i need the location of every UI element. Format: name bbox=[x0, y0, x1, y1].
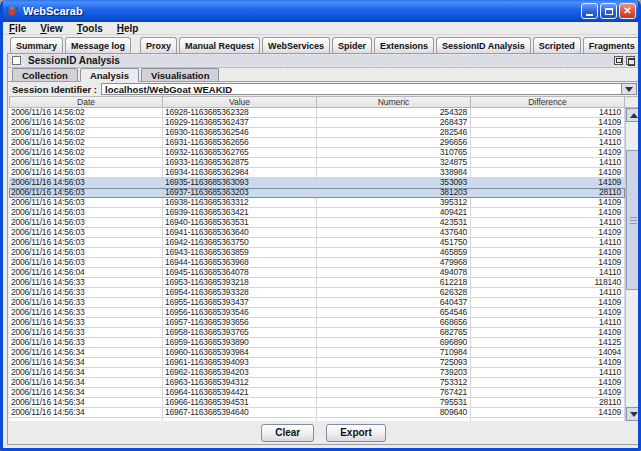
cell-difference: 14109 bbox=[471, 358, 625, 368]
table-row[interactable]: 2006/11/16 14:56:0216933-116368536287532… bbox=[9, 158, 625, 168]
cell-numeric: 268437 bbox=[317, 118, 471, 128]
menu-file[interactable]: File bbox=[9, 23, 26, 34]
cell-difference: 118140 bbox=[471, 278, 625, 288]
main-tab-message-log[interactable]: Message log bbox=[65, 37, 131, 53]
cell-date: 2006/11/16 14:56:33 bbox=[9, 298, 163, 308]
column-header-difference[interactable]: Difference bbox=[471, 96, 625, 108]
main-tab-fragments[interactable]: Fragments bbox=[583, 37, 641, 53]
table-row[interactable]: 2006/11/16 14:56:0316939-116368536342140… bbox=[9, 208, 625, 218]
main-tab-sessionid-analysis[interactable]: SessionID Analysis bbox=[436, 37, 531, 53]
main-tab-webservices[interactable]: WebServices bbox=[262, 37, 330, 53]
table-body: 2006/11/16 14:56:0216928-116368536232825… bbox=[9, 108, 625, 421]
column-header-date[interactable]: Date bbox=[9, 96, 163, 108]
menu-view[interactable]: View bbox=[40, 23, 63, 34]
cell-value: 16967-1163685394640 bbox=[163, 408, 317, 418]
main-tab-spider[interactable]: Spider bbox=[332, 37, 372, 53]
cell-difference: 28110 bbox=[471, 398, 625, 408]
cell-difference: 14109 bbox=[471, 168, 625, 178]
internal-frame-titlebar[interactable]: SessionID Analysis bbox=[8, 54, 639, 68]
internal-frame-controls bbox=[614, 56, 635, 65]
table-row[interactable]: 2006/11/16 14:56:0416945-116368536407849… bbox=[9, 268, 625, 278]
cell-date: 2006/11/16 14:56:02 bbox=[9, 158, 163, 168]
scroll-up-button[interactable] bbox=[626, 108, 641, 122]
table-row[interactable]: 2006/11/16 14:56:3316957-116368539365666… bbox=[9, 318, 625, 328]
cell-difference: 14109 bbox=[471, 198, 625, 208]
column-header-numeric[interactable]: Numeric bbox=[317, 96, 471, 108]
frame-tab-collection[interactable]: Collection bbox=[12, 68, 78, 81]
table-row[interactable]: 2006/11/16 14:56:3316953-116368539321861… bbox=[9, 278, 625, 288]
table-row[interactable]: 2006/11/16 14:56:0316935-116368536309335… bbox=[9, 178, 625, 188]
cell-date: 2006/11/16 14:56:34 bbox=[9, 348, 163, 358]
combo-dropdown-button[interactable] bbox=[621, 84, 636, 94]
table-row[interactable]: 2006/11/16 14:56:0216930-116368536254628… bbox=[9, 128, 625, 138]
cell-numeric: 494078 bbox=[317, 268, 471, 278]
cell-numeric: 451750 bbox=[317, 238, 471, 248]
table-row[interactable]: 2006/11/16 14:56:3416961-116368539409372… bbox=[9, 358, 625, 368]
vertical-scrollbar[interactable] bbox=[625, 108, 640, 421]
table-row[interactable]: 2006/11/16 14:56:3416962-116368539420373… bbox=[9, 368, 625, 378]
cell-date: 2006/11/16 14:56:02 bbox=[9, 118, 163, 128]
table-row[interactable]: 2006/11/16 14:56:3416967-116368539464080… bbox=[9, 408, 625, 418]
cell-numeric: 795531 bbox=[317, 398, 471, 408]
scroll-down-button[interactable] bbox=[626, 407, 641, 421]
cell-numeric: 254328 bbox=[317, 108, 471, 118]
cell-value: 16956-1163685393546 bbox=[163, 308, 317, 318]
table-row[interactable]: 2006/11/16 14:56:3316956-116368539354665… bbox=[9, 308, 625, 318]
table-row[interactable]: 2006/11/16 14:56:0316943-116368536385946… bbox=[9, 248, 625, 258]
table-row[interactable]: 2006/11/16 14:56:0216931-116368536265629… bbox=[9, 138, 625, 148]
maximize-button[interactable] bbox=[600, 3, 617, 19]
menu-tools[interactable]: Tools bbox=[77, 23, 103, 34]
cell-numeric: 654546 bbox=[317, 308, 471, 318]
cell-value: 16966-1163685394531 bbox=[163, 398, 317, 408]
cell-date: 2006/11/16 14:56:03 bbox=[9, 228, 163, 238]
table-row[interactable]: 2006/11/16 14:56:0316940-116368536353142… bbox=[9, 218, 625, 228]
main-tab-manual-request[interactable]: Manual Request bbox=[179, 37, 260, 53]
main-tab-proxy[interactable]: Proxy bbox=[140, 37, 177, 53]
main-tab-summary[interactable]: Summary bbox=[10, 37, 63, 53]
table-row[interactable]: 2006/11/16 14:56:0316941-116368536364043… bbox=[9, 228, 625, 238]
cell-value: 16945-1163685364078 bbox=[163, 268, 317, 278]
table-row[interactable]: 2006/11/16 14:56:0216932-116368536276531… bbox=[9, 148, 625, 158]
main-tab-bar: SummaryMessage logProxyManual RequestWeb… bbox=[3, 36, 638, 53]
main-tab-scripted[interactable]: Scripted bbox=[533, 37, 581, 53]
clear-button[interactable]: Clear bbox=[261, 424, 314, 442]
session-identifier-combobox[interactable]: localhost/WebGoat WEAKID bbox=[101, 83, 637, 95]
table-row[interactable]: 2006/11/16 14:56:3316955-116368539343764… bbox=[9, 298, 625, 308]
cell-date: 2006/11/16 14:56:03 bbox=[9, 208, 163, 218]
export-button[interactable]: Export bbox=[326, 424, 386, 442]
column-header-value[interactable]: Value bbox=[163, 96, 317, 108]
table-row[interactable]: 2006/11/16 14:56:3416964-116368539442176… bbox=[9, 388, 625, 398]
table-row[interactable]: 2006/11/16 14:56:3316954-116368539332862… bbox=[9, 288, 625, 298]
cell-value: 16938-1163685363312 bbox=[163, 198, 317, 208]
table-row[interactable]: 2006/11/16 14:56:0316934-116368536298433… bbox=[9, 168, 625, 178]
arrow-down-icon bbox=[630, 412, 638, 417]
table-row[interactable]: 2006/11/16 14:56:3316958-116368539376568… bbox=[9, 328, 625, 338]
table-row[interactable]: 2006/11/16 14:56:3416966-116368539453179… bbox=[9, 398, 625, 408]
table-row[interactable]: 2006/11/16 14:56:0316937-116368536320338… bbox=[9, 188, 625, 198]
table-row[interactable]: 2006/11/16 14:56:0216928-116368536232825… bbox=[9, 108, 625, 118]
scrollbar-thumb[interactable] bbox=[626, 150, 640, 290]
close-button[interactable]: ✕ bbox=[619, 3, 636, 19]
table-row[interactable]: 2006/11/16 14:56:0316938-116368536331239… bbox=[9, 198, 625, 208]
cell-value: 16943-1163685363859 bbox=[163, 248, 317, 258]
cell-numeric: 710984 bbox=[317, 348, 471, 358]
table-row[interactable]: 2006/11/16 14:56:0216929-116368536243726… bbox=[9, 118, 625, 128]
main-tab-extensions[interactable]: Extensions bbox=[374, 37, 434, 53]
menu-help[interactable]: Help bbox=[117, 23, 139, 34]
cell-difference: 14109 bbox=[471, 298, 625, 308]
frame-tab-analysis[interactable]: Analysis bbox=[80, 68, 139, 82]
window-titlebar[interactable]: WebScarab ✕ bbox=[0, 0, 641, 22]
table-row[interactable]: 2006/11/16 14:56:0316944-116368536396847… bbox=[9, 258, 625, 268]
table-row[interactable]: 2006/11/16 14:56:3316959-116368539389069… bbox=[9, 338, 625, 348]
table-row[interactable]: 2006/11/16 14:56:3416960-116368539398471… bbox=[9, 348, 625, 358]
minimize-button[interactable] bbox=[581, 3, 598, 19]
internal-restore-icon[interactable] bbox=[614, 56, 623, 65]
cell-numeric: 409421 bbox=[317, 208, 471, 218]
internal-maximize-icon[interactable] bbox=[626, 56, 635, 65]
table-row[interactable]: 2006/11/16 14:56:3416963-116368539431275… bbox=[9, 378, 625, 388]
cell-date: 2006/11/16 14:56:03 bbox=[9, 248, 163, 258]
cell-numeric: 465859 bbox=[317, 248, 471, 258]
cell-date: 2006/11/16 14:56:34 bbox=[9, 388, 163, 398]
table-row[interactable]: 2006/11/16 14:56:0316942-116368536375045… bbox=[9, 238, 625, 248]
frame-tab-visualisation[interactable]: Visualisation bbox=[141, 68, 219, 81]
